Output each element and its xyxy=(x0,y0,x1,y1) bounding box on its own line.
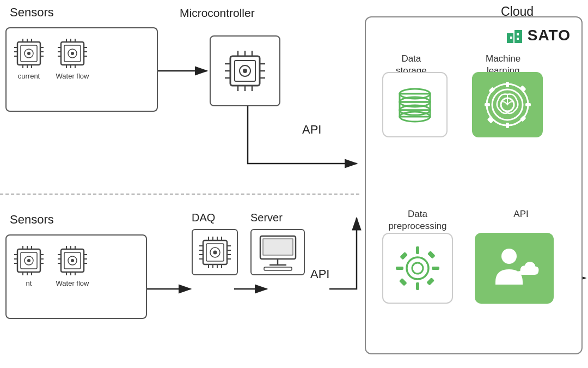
diagram-container: Sensors xyxy=(0,0,588,368)
data-preprocessing-label: Datapreprocessing xyxy=(382,208,453,232)
svg-point-36 xyxy=(71,52,74,55)
current-label-top: current xyxy=(18,72,40,80)
sato-text-label: SATO xyxy=(528,27,571,44)
api-icon xyxy=(485,241,544,295)
svg-point-134 xyxy=(412,263,423,274)
microcontroller-icon xyxy=(220,46,270,95)
data-storage-icon xyxy=(393,83,437,126)
cloud-box: SATO Datastorage Machinelearning xyxy=(365,16,583,354)
svg-rect-137 xyxy=(396,267,403,270)
sensors-bottom-label: Sensors xyxy=(10,213,54,227)
svg-rect-111 xyxy=(514,30,522,43)
sensor-group-top: current Water flow xyxy=(5,27,158,112)
chip-icon-current-bottom xyxy=(12,244,46,277)
chip-icon-current-top xyxy=(12,37,46,70)
sensor-waterflow-bottom: Water flow xyxy=(56,244,89,287)
svg-rect-112 xyxy=(510,37,512,39)
microcontroller-box xyxy=(210,35,280,106)
svg-rect-126 xyxy=(506,123,509,128)
server-box xyxy=(250,229,305,275)
svg-rect-142 xyxy=(426,277,434,286)
daq-label: DAQ xyxy=(192,212,215,224)
svg-rect-131 xyxy=(487,117,493,123)
svg-rect-109 xyxy=(264,267,292,270)
svg-rect-125 xyxy=(506,82,509,87)
svg-rect-113 xyxy=(517,33,519,35)
server-icon xyxy=(258,233,298,272)
data-preprocessing-box xyxy=(382,233,453,304)
svg-rect-106 xyxy=(263,239,293,255)
svg-rect-140 xyxy=(427,251,436,259)
sensor-current-bottom: nt xyxy=(12,244,46,287)
svg-point-143 xyxy=(501,249,517,264)
current-label-bottom: nt xyxy=(26,279,32,287)
svg-rect-114 xyxy=(517,38,519,40)
svg-rect-128 xyxy=(525,103,531,106)
sensor-group-bottom: nt Water flow xyxy=(5,234,147,319)
chip-icon-waterflow-bottom xyxy=(56,244,89,277)
svg-point-52 xyxy=(243,69,247,73)
machine-learning-box xyxy=(472,72,543,137)
waterflow-label-bottom: Water flow xyxy=(56,279,89,287)
waterflow-label-top: Water flow xyxy=(56,72,89,80)
microcontroller-label: Microcontroller xyxy=(180,7,255,20)
svg-rect-130 xyxy=(519,85,526,92)
svg-rect-127 xyxy=(485,103,490,106)
api-cloud-box xyxy=(475,233,554,304)
svg-point-133 xyxy=(407,257,428,279)
svg-point-104 xyxy=(213,250,217,254)
svg-rect-139 xyxy=(400,252,408,260)
svg-point-84 xyxy=(71,259,74,262)
machine-learning-icon xyxy=(482,79,534,131)
svg-point-20 xyxy=(27,52,30,55)
api-cloud-label: API xyxy=(491,208,551,220)
api-top-label: API xyxy=(302,123,321,137)
sensor-waterflow-top: Water flow xyxy=(56,37,89,80)
svg-rect-141 xyxy=(399,278,407,286)
daq-icon xyxy=(197,234,234,271)
data-storage-box xyxy=(382,72,448,137)
chip-icon-waterflow-top xyxy=(56,37,89,70)
dashed-divider xyxy=(0,194,359,195)
sensors-top-label: Sensors xyxy=(10,5,54,20)
svg-rect-136 xyxy=(416,282,419,290)
api-bottom-label: API xyxy=(310,267,329,281)
svg-rect-135 xyxy=(416,246,419,254)
sato-logo: SATO xyxy=(505,26,571,45)
sensor-current-top: current xyxy=(12,37,46,80)
daq-box xyxy=(192,229,238,275)
sato-building-icon xyxy=(505,26,524,45)
server-label: Server xyxy=(250,212,283,224)
svg-rect-138 xyxy=(432,267,439,270)
svg-point-68 xyxy=(27,259,30,262)
preprocessing-icon xyxy=(393,244,442,293)
